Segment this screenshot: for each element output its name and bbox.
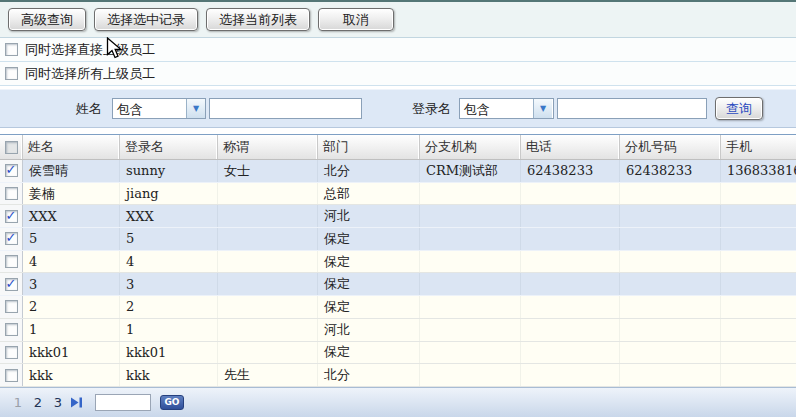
table-row[interactable]: 姜楠jiang总部 bbox=[0, 183, 796, 206]
chevron-down-icon[interactable]: ▼ bbox=[533, 99, 552, 118]
table-cell bbox=[218, 205, 318, 227]
select-checked-records-button[interactable]: 选择选中记录 bbox=[94, 8, 198, 31]
table-cell bbox=[420, 364, 521, 386]
table-cell: 北分 bbox=[318, 364, 420, 386]
table-cell: 先生 bbox=[218, 364, 318, 386]
column-header[interactable]: 分支机构 bbox=[420, 135, 521, 159]
table-cell: 保定 bbox=[318, 228, 420, 250]
table-cell: 总部 bbox=[318, 183, 420, 205]
row-checkbox[interactable] bbox=[0, 273, 23, 295]
table-cell bbox=[620, 342, 721, 364]
pagination-bar: 123 GO bbox=[0, 387, 796, 417]
table-row[interactable]: 33保定 bbox=[0, 273, 796, 296]
select-all-checkbox[interactable] bbox=[0, 135, 23, 159]
table-cell: kkk01 bbox=[23, 342, 120, 364]
table-cell: 62438233 bbox=[620, 160, 721, 182]
table-row[interactable]: 44保定 bbox=[0, 251, 796, 274]
employee-select-window: 高级查询 选择选中记录 选择当前列表 取消 同时选择直接上级员工 同时选择所有上… bbox=[0, 0, 796, 418]
table-cell bbox=[721, 296, 796, 318]
table-cell bbox=[521, 342, 620, 364]
table-cell bbox=[721, 228, 796, 250]
column-header[interactable]: 电话 bbox=[521, 135, 620, 159]
selected-operator: 包含 bbox=[113, 99, 186, 118]
table-cell bbox=[521, 251, 620, 273]
table-row[interactable]: kkkkkk先生北分 bbox=[0, 364, 796, 387]
table-cell bbox=[721, 273, 796, 295]
table-row[interactable]: 22保定 bbox=[0, 296, 796, 319]
table-cell: kkk bbox=[120, 364, 218, 386]
table-cell: kkk bbox=[23, 364, 120, 386]
row-checkbox[interactable] bbox=[0, 342, 23, 364]
page-number[interactable]: 2 bbox=[28, 395, 48, 410]
option-row-all-superiors[interactable]: 同时选择所有上级员工 bbox=[0, 62, 796, 86]
table-cell bbox=[420, 296, 521, 318]
table-cell bbox=[218, 319, 318, 341]
table-cell: 河北 bbox=[318, 205, 420, 227]
column-header[interactable]: 称谓 bbox=[218, 135, 318, 159]
login-operator-select[interactable]: 包含 ▼ bbox=[459, 98, 554, 119]
column-header[interactable]: 姓名 bbox=[23, 135, 120, 159]
table-cell: XXX bbox=[23, 205, 120, 227]
table-cell bbox=[521, 205, 620, 227]
row-checkbox[interactable] bbox=[0, 364, 23, 386]
row-checkbox[interactable] bbox=[0, 228, 23, 250]
column-header[interactable]: 手机 bbox=[721, 135, 796, 159]
table-row[interactable]: kkk01kkk01保定 bbox=[0, 342, 796, 365]
cancel-button[interactable]: 取消 bbox=[318, 8, 394, 31]
name-search-input[interactable] bbox=[209, 98, 362, 119]
table-row[interactable]: 11河北 bbox=[0, 319, 796, 342]
last-page-icon[interactable] bbox=[70, 396, 83, 409]
table-cell: 保定 bbox=[318, 296, 420, 318]
all-superiors-checkbox[interactable] bbox=[5, 67, 18, 80]
query-button[interactable]: 查询 bbox=[715, 97, 763, 120]
advanced-query-button[interactable]: 高级查询 bbox=[8, 8, 86, 31]
go-button[interactable]: GO bbox=[160, 395, 184, 410]
table-cell bbox=[620, 319, 721, 341]
table-row[interactable]: 55保定 bbox=[0, 228, 796, 251]
table-row[interactable]: 侯雪晴sunny女士北分CRM测试部6243823362438233136833… bbox=[0, 160, 796, 183]
table-cell: XXX bbox=[120, 205, 218, 227]
table-header: 姓名登录名称谓部门分支机构电话分机号码手机 bbox=[0, 134, 796, 160]
table-cell bbox=[521, 364, 620, 386]
row-checkbox[interactable] bbox=[0, 183, 23, 205]
search-panel: 姓名 包含 ▼ 登录名 包含 ▼ 查询 bbox=[0, 89, 796, 128]
table-cell bbox=[420, 319, 521, 341]
table-cell bbox=[721, 205, 796, 227]
row-checkbox[interactable] bbox=[0, 296, 23, 318]
table-cell bbox=[620, 296, 721, 318]
table-cell: 女士 bbox=[218, 160, 318, 182]
name-operator-select[interactable]: 包含 ▼ bbox=[112, 98, 206, 119]
login-search-input[interactable] bbox=[557, 98, 707, 119]
table-cell: 2 bbox=[23, 296, 120, 318]
table-cell: 5 bbox=[120, 228, 218, 250]
column-header[interactable]: 登录名 bbox=[120, 135, 218, 159]
page-number[interactable]: 3 bbox=[48, 395, 68, 410]
select-current-list-button[interactable]: 选择当前列表 bbox=[206, 8, 310, 31]
name-label: 姓名 bbox=[76, 100, 102, 118]
direct-superior-checkbox[interactable] bbox=[5, 43, 18, 56]
row-checkbox[interactable] bbox=[0, 251, 23, 273]
row-checkbox[interactable] bbox=[0, 319, 23, 341]
column-header[interactable]: 分机号码 bbox=[620, 135, 721, 159]
table-cell bbox=[620, 205, 721, 227]
row-checkbox[interactable] bbox=[0, 160, 23, 182]
table-cell: 侯雪晴 bbox=[23, 160, 120, 182]
table-cell: 姜楠 bbox=[23, 183, 120, 205]
table-cell: 保定 bbox=[318, 342, 420, 364]
table-cell: 3 bbox=[120, 273, 218, 295]
table-cell bbox=[521, 319, 620, 341]
table-cell bbox=[721, 183, 796, 205]
table-cell: jiang bbox=[120, 183, 218, 205]
option-row-direct-superior[interactable]: 同时选择直接上级员工 bbox=[0, 38, 796, 62]
chevron-down-icon[interactable]: ▼ bbox=[186, 99, 205, 118]
page-number-input[interactable] bbox=[95, 394, 151, 411]
table-row[interactable]: XXXXXX河北 bbox=[0, 205, 796, 228]
table-cell: 1 bbox=[120, 319, 218, 341]
table-cell bbox=[620, 228, 721, 250]
table-cell bbox=[521, 183, 620, 205]
table-cell: sunny bbox=[120, 160, 218, 182]
table-cell bbox=[721, 251, 796, 273]
table-cell bbox=[420, 251, 521, 273]
row-checkbox[interactable] bbox=[0, 205, 23, 227]
column-header[interactable]: 部门 bbox=[318, 135, 420, 159]
